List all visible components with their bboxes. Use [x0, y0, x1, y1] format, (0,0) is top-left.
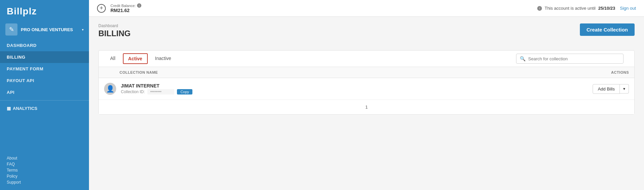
- copy-id-button[interactable]: Copy: [177, 89, 192, 94]
- search-input[interactable]: [528, 56, 620, 61]
- search-container: 🔍: [511, 52, 629, 66]
- account-status-text: This account is active until: [545, 6, 596, 11]
- col-actions-header: ACTIONS: [568, 70, 629, 74]
- sidebar-item-analytics[interactable]: ▩ ANALYTICS: [0, 103, 89, 114]
- row-actions: Add Bills ▾: [568, 84, 629, 94]
- sidebar-item-billing[interactable]: BILLING: [0, 51, 89, 63]
- collection-id-label: Collection ID:: [121, 89, 145, 94]
- page-header-row: Dashboard BILLING Create Collection: [98, 23, 635, 44]
- topbar-right: i This account is active until 25/10/23 …: [537, 6, 636, 11]
- current-page: 1: [365, 105, 368, 110]
- sidebar-item-dashboard[interactable]: DASHBOARD: [0, 40, 89, 51]
- footer-link-support[interactable]: Support: [7, 180, 82, 185]
- search-box: 🔍: [516, 54, 624, 64]
- credit-amount: RM21.62: [110, 8, 141, 13]
- sidebar-item-api[interactable]: API: [0, 86, 89, 98]
- credit-add-button[interactable]: +: [97, 4, 106, 13]
- collection-avatar-icon: 👤: [104, 83, 116, 95]
- user-avatar-icon: ✎: [5, 23, 17, 36]
- account-active-until: 25/10/23: [598, 6, 615, 11]
- user-menu[interactable]: ✎ PRO ONLINE VENTURES ▾: [0, 21, 89, 40]
- footer-links: About FAQ Terms Policy Support: [0, 151, 89, 190]
- nav-divider: [0, 100, 89, 101]
- collection-info: JIMAT INTERNET Collection ID: •••••••• C…: [121, 83, 568, 94]
- footer-link-policy[interactable]: Policy: [7, 174, 82, 179]
- search-icon: 🔍: [520, 56, 525, 61]
- tab-active[interactable]: Active: [123, 53, 148, 64]
- page-content: Dashboard BILLING Create Collection All …: [89, 17, 644, 190]
- create-collection-button[interactable]: Create Collection: [580, 23, 635, 36]
- col-collection-name-header: COLLECTION NAME: [104, 70, 568, 74]
- collection-name: JIMAT INTERNET: [121, 83, 568, 88]
- brand-logo: Billplz: [0, 0, 89, 21]
- add-bills-button[interactable]: Add Bills: [593, 84, 620, 94]
- credit-label: Credit Balance: i: [110, 3, 141, 8]
- footer-link-faq[interactable]: FAQ: [7, 162, 82, 167]
- credit-info-icon: i: [137, 3, 141, 8]
- topbar: + Credit Balance: i RM21.62 i This accou…: [89, 0, 644, 17]
- breadcrumb: Dashboard: [98, 23, 131, 28]
- topbar-info-icon: i: [537, 6, 542, 11]
- footer-link-terms[interactable]: Terms: [7, 168, 82, 173]
- table-header: COLLECTION NAME ACTIONS: [99, 67, 634, 78]
- collections-card: All Active Inactive 🔍 COLLECTION NAME AC…: [98, 50, 635, 115]
- tab-all[interactable]: All: [104, 52, 122, 66]
- page-header-left: Dashboard BILLING: [98, 23, 131, 44]
- add-bills-dropdown-button[interactable]: ▾: [620, 84, 629, 93]
- tab-inactive[interactable]: Inactive: [149, 52, 177, 66]
- page-title: BILLING: [98, 29, 131, 38]
- sidebar-item-payout-api[interactable]: PAYOUT API: [0, 75, 89, 86]
- collection-id-value: ••••••••: [147, 89, 174, 94]
- chevron-down-icon: ▾: [623, 86, 625, 91]
- collection-id-row: Collection ID: •••••••• Copy: [121, 89, 568, 94]
- bar-chart-icon: ▩: [7, 106, 11, 111]
- pagination-row: 1: [99, 100, 634, 114]
- user-name: PRO ONLINE VENTURES: [21, 27, 79, 32]
- analytics-label: ANALYTICS: [13, 106, 37, 111]
- caret-down-icon: ▾: [82, 28, 84, 31]
- table-row: 👤 JIMAT INTERNET Collection ID: ••••••••…: [99, 78, 634, 100]
- credit-info: Credit Balance: i RM21.62: [110, 3, 141, 13]
- sidebar: Billplz ✎ PRO ONLINE VENTURES ▾ DASHBOAR…: [0, 0, 89, 190]
- sidebar-item-payment-form[interactable]: PAYMENT FORM: [0, 63, 89, 75]
- sign-out-link[interactable]: Sign out: [620, 6, 636, 11]
- main-content: + Credit Balance: i RM21.62 i This accou…: [89, 0, 644, 190]
- footer-link-about[interactable]: About: [7, 156, 82, 161]
- tabs-row: All Active Inactive: [104, 51, 177, 67]
